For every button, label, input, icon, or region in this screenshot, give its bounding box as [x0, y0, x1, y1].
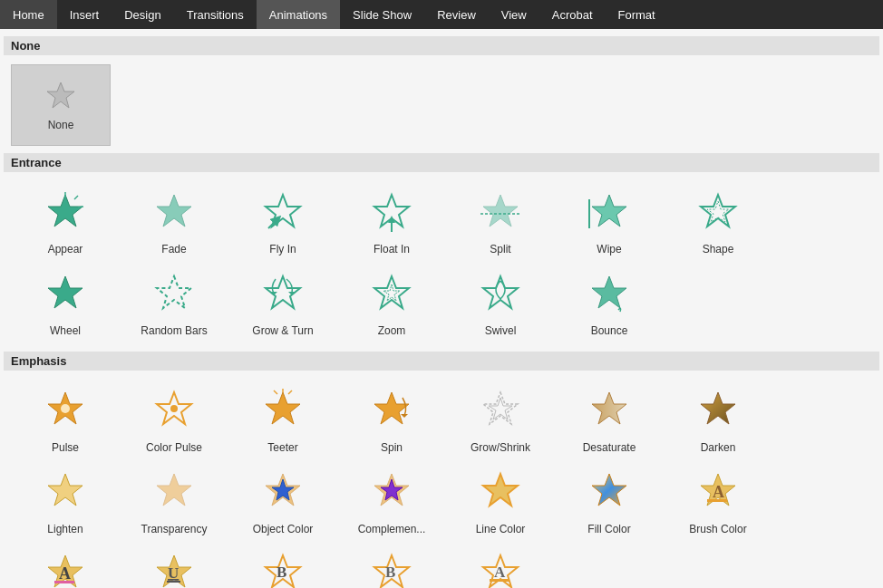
svg-marker-47: [592, 474, 626, 506]
svg-marker-18: [157, 276, 191, 308]
anim-bounce[interactable]: Bounce: [555, 263, 664, 344]
floatin-label: Float In: [374, 243, 410, 255]
wheel-icon: [38, 268, 92, 323]
anim-complementary[interactable]: Complemen...: [337, 461, 446, 543]
section-none-header: None: [4, 36, 879, 55]
svg-point-27: [61, 404, 70, 413]
desaturate-icon: [582, 385, 636, 439]
anim-growshrink[interactable]: Grow/Shrink: [446, 380, 555, 461]
anim-appear[interactable]: Appear: [11, 181, 120, 263]
anim-colorpulse[interactable]: Color Pulse: [120, 380, 228, 461]
svg-marker-17: [48, 276, 82, 308]
wipe-label: Wipe: [597, 243, 621, 255]
anim-linecolor[interactable]: Line Color: [446, 461, 555, 543]
none-section: None: [4, 61, 879, 153]
teeter-icon: [256, 385, 310, 439]
menu-view[interactable]: View: [489, 0, 539, 29]
menubar: Home Insert Design Transitions Animation…: [0, 0, 883, 29]
anim-darken[interactable]: Darken: [664, 380, 772, 461]
colorpulse-label: Color Pulse: [146, 441, 202, 454]
svg-marker-25: [592, 276, 626, 308]
growshrink-label: Grow/Shrink: [471, 441, 530, 454]
darken-icon: [691, 385, 745, 439]
zoom-icon: [364, 268, 419, 323]
anim-fontcolor[interactable]: A Font Color: [11, 543, 120, 588]
anim-desaturate[interactable]: Desaturate: [555, 380, 664, 461]
brushcolor-label: Brush Color: [689, 523, 746, 535]
anim-growturn[interactable]: Grow & Turn: [228, 263, 337, 344]
entrance-grid: Appear Fade Fly In: [4, 178, 879, 352]
growturn-label: Grow & Turn: [252, 324, 313, 337]
growturn-icon: [256, 268, 310, 323]
teeter-label: Teeter: [267, 441, 297, 454]
section-emphasis-header: Emphasis: [4, 352, 879, 371]
none-icon: [43, 79, 79, 115]
anim-wheel[interactable]: Wheel: [11, 263, 120, 344]
menu-design[interactable]: Design: [112, 0, 173, 29]
linecolor-label: Line Color: [476, 523, 526, 535]
svg-marker-46: [483, 474, 518, 506]
anim-zoom[interactable]: Zoom: [337, 263, 446, 344]
menu-review[interactable]: Review: [424, 0, 489, 29]
anim-randombars[interactable]: Random Bars: [120, 263, 228, 344]
svg-marker-38: [592, 392, 626, 424]
svg-text:A: A: [494, 564, 506, 581]
anim-fillcolor[interactable]: Fill Color: [555, 461, 664, 543]
animations-panel: None None Entrance Appear: [0, 29, 883, 588]
anim-floatin[interactable]: Float In: [337, 181, 446, 263]
menu-acrobat[interactable]: Acrobat: [539, 0, 606, 29]
anim-pulse[interactable]: Pulse: [11, 380, 120, 461]
brushcolor-icon: A: [691, 467, 745, 521]
boldreveal-icon: B: [364, 548, 419, 588]
svg-marker-41: [157, 474, 191, 506]
menu-transitions[interactable]: Transitions: [174, 0, 257, 29]
svg-marker-6: [266, 195, 300, 227]
svg-marker-23: [383, 284, 400, 301]
anim-fade[interactable]: Fade: [120, 181, 228, 263]
svg-point-29: [170, 405, 178, 412]
anim-shape[interactable]: Shape: [664, 181, 772, 263]
menu-animations[interactable]: Animations: [257, 0, 340, 29]
objectcolor-icon: [256, 467, 310, 521]
svg-line-33: [288, 390, 292, 394]
underline-icon: U: [147, 548, 201, 588]
anim-spin[interactable]: Spin: [337, 380, 446, 461]
anim-boldflash[interactable]: B Bold Flash: [228, 543, 337, 588]
floatin-icon: [364, 187, 419, 241]
anim-lighten[interactable]: Lighten: [11, 461, 120, 543]
menu-format[interactable]: Format: [606, 0, 668, 29]
svg-marker-35: [401, 414, 408, 418]
fade-icon: [147, 187, 201, 241]
menu-home[interactable]: Home: [0, 0, 57, 29]
anim-teeter[interactable]: Teeter: [228, 380, 337, 461]
anim-transparency[interactable]: Transparency: [120, 461, 228, 543]
randombars-label: Random Bars: [141, 324, 207, 337]
svg-marker-40: [48, 474, 82, 506]
anim-flyin[interactable]: Fly In: [228, 181, 337, 263]
none-label: None: [48, 119, 74, 131]
svg-text:A: A: [59, 564, 71, 583]
menu-insert[interactable]: Insert: [57, 0, 112, 29]
anim-brushcolor[interactable]: A Brush Color: [664, 461, 772, 543]
anim-boldreveal[interactable]: B Bold Reveal: [337, 543, 446, 588]
anim-swivel[interactable]: Swivel: [446, 263, 555, 344]
menu-slideshow[interactable]: Slide Show: [340, 0, 424, 29]
anim-none[interactable]: None: [11, 64, 111, 146]
svg-line-3: [74, 196, 78, 199]
svg-rect-53: [54, 581, 74, 583]
svg-marker-11: [483, 195, 518, 227]
fade-label: Fade: [161, 243, 186, 255]
anim-wave[interactable]: A Wave: [446, 543, 555, 588]
svg-marker-15: [701, 195, 735, 227]
svg-marker-1: [48, 195, 82, 227]
svg-text:A: A: [713, 483, 724, 501]
anim-underline[interactable]: U Underline: [120, 543, 228, 588]
appear-label: Appear: [48, 243, 83, 255]
pulse-icon: [38, 385, 92, 439]
svg-text:B: B: [277, 564, 286, 581]
wipe-icon: [582, 187, 636, 241]
bounce-icon: [582, 268, 636, 323]
anim-wipe[interactable]: Wipe: [555, 181, 664, 263]
anim-objectcolor[interactable]: Object Color: [228, 461, 337, 543]
anim-split[interactable]: Split: [446, 181, 555, 263]
